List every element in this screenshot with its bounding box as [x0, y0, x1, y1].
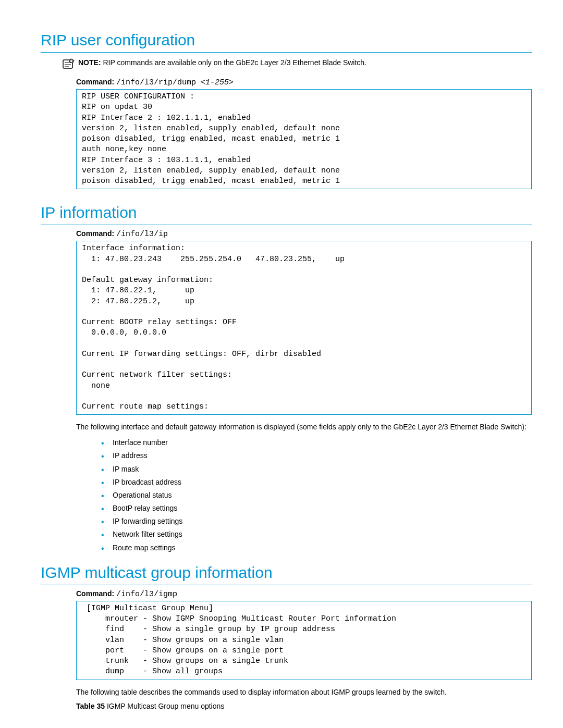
- heading-ip: IP information: [41, 204, 532, 225]
- page-content: RIP user configuration NOTE: RIP command…: [0, 0, 563, 728]
- list-item: IP address: [113, 449, 532, 462]
- igmp-block: Command: /info/l3/igmp [IGMP Multicast G…: [76, 589, 532, 711]
- igmp-command-line: Command: /info/l3/igmp: [76, 589, 532, 599]
- list-item: IP mask: [113, 463, 532, 476]
- command-arg: <1-255>: [201, 78, 234, 87]
- command-text: /info/l3/rip/dump: [116, 78, 201, 87]
- note-row: NOTE: RIP commands are available only on…: [60, 58, 532, 70]
- table-number: Table 35: [76, 702, 105, 710]
- heading-rip: RIP user configuration: [41, 31, 532, 53]
- list-item: Interface number: [113, 436, 532, 449]
- igmp-body-text: The following table describes the comman…: [76, 687, 532, 697]
- command-label: Command:: [76, 78, 114, 86]
- ip-bullet-list: Interface number IP address IP mask IP b…: [76, 436, 532, 554]
- ip-command-line: Command: /info/l3/ip: [76, 229, 532, 239]
- rip-command-line: Command: /info/l3/rip/dump <1-255>: [76, 78, 532, 87]
- note-text: NOTE: RIP commands are available only on…: [78, 58, 366, 67]
- table-title: IGMP Multicast Group menu options: [107, 702, 224, 710]
- ip-body-text: The following interface and default gate…: [76, 422, 532, 432]
- command-text: /info/l3/igmp: [116, 590, 177, 599]
- rip-block: Command: /info/l3/rip/dump <1-255> RIP U…: [76, 78, 532, 189]
- command-text: /info/l3/ip: [116, 230, 168, 239]
- list-item: IP forwarding settings: [113, 515, 532, 528]
- list-item: Network filter settings: [113, 528, 532, 541]
- ip-block: Command: /info/l3/ip Interface informati…: [76, 229, 532, 554]
- list-item: Route map settings: [113, 541, 532, 554]
- command-label: Command:: [76, 589, 114, 598]
- igmp-output: [IGMP Multicast Group Menu] mrouter - Sh…: [76, 601, 532, 680]
- list-item: IP broadcast address: [113, 476, 532, 489]
- rip-output: RIP USER CONFIGURATION : RIP on updat 30…: [76, 89, 532, 189]
- table-caption: Table 35 IGMP Multicast Group menu optio…: [76, 702, 532, 710]
- ip-output: Interface information: 1: 47.80.23.243 2…: [76, 241, 532, 415]
- note-label: NOTE:: [78, 58, 101, 67]
- list-item: BootP relay settings: [113, 502, 532, 515]
- list-item: Operational status: [113, 489, 532, 502]
- note-body: RIP commands are available only on the G…: [103, 58, 366, 67]
- command-label: Command:: [76, 229, 114, 238]
- heading-igmp: IGMP multicast group information: [41, 564, 532, 585]
- note-icon: [60, 58, 77, 70]
